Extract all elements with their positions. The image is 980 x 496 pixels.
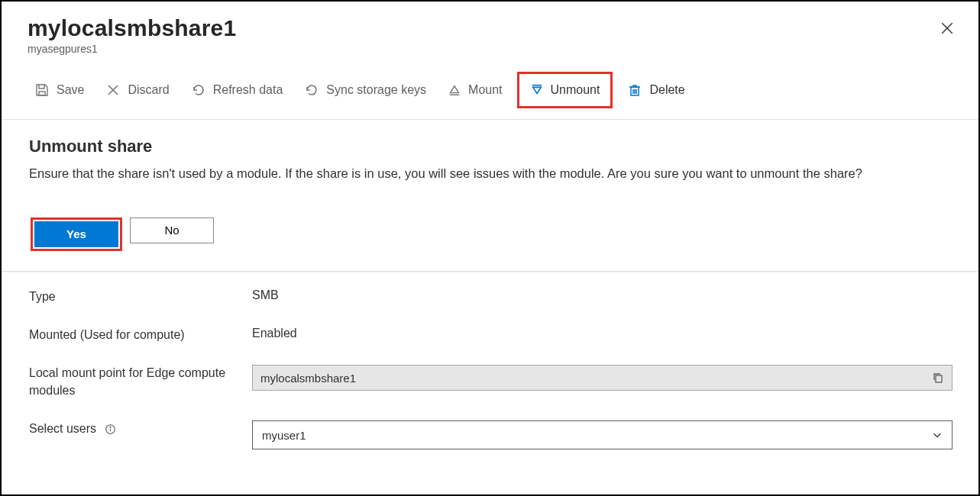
discard-button[interactable]: Discard bbox=[99, 79, 176, 101]
share-details: Type SMB Mounted (Used for compute) Enab… bbox=[2, 272, 978, 470]
chevron-down-icon bbox=[932, 430, 943, 440]
svg-marker-5 bbox=[451, 86, 459, 93]
delete-button[interactable]: Delete bbox=[620, 79, 691, 101]
type-label: Type bbox=[29, 288, 252, 305]
dialog-message: Ensure that the share isn't used by a mo… bbox=[29, 164, 946, 184]
mountpoint-label: Local mount point for Edge compute modul… bbox=[29, 365, 252, 399]
info-icon[interactable] bbox=[105, 424, 116, 435]
refresh-icon bbox=[191, 82, 206, 98]
unmount-icon bbox=[530, 83, 544, 97]
close-icon bbox=[940, 21, 954, 35]
page-title: mylocalsmbshare1 bbox=[27, 15, 953, 41]
refresh-label: Refresh data bbox=[213, 83, 283, 97]
mount-button[interactable]: Mount bbox=[441, 80, 509, 100]
sync-icon bbox=[304, 82, 319, 98]
row-mounted: Mounted (Used for compute) Enabled bbox=[29, 327, 953, 343]
discard-label: Discard bbox=[128, 83, 169, 97]
selectusers-label: Select users bbox=[29, 420, 252, 437]
row-selectusers: Select users myuser1 bbox=[29, 420, 953, 449]
selectusers-value: myuser1 bbox=[262, 429, 306, 442]
delete-label: Delete bbox=[649, 83, 684, 97]
yes-button[interactable]: Yes bbox=[34, 221, 118, 247]
row-mountpoint: Local mount point for Edge compute modul… bbox=[29, 365, 953, 399]
sync-label: Sync storage keys bbox=[326, 83, 426, 97]
svg-rect-14 bbox=[936, 375, 942, 382]
row-type: Type SMB bbox=[29, 288, 953, 305]
resource-subtitle: myasegpures1 bbox=[27, 43, 953, 55]
mount-label: Mount bbox=[468, 83, 502, 97]
mountpoint-value: mylocalsmbshare1 bbox=[260, 372, 356, 385]
mountpoint-input[interactable]: mylocalsmbshare1 bbox=[252, 365, 953, 391]
unmount-label: Unmount bbox=[551, 83, 600, 97]
no-button[interactable]: No bbox=[130, 217, 214, 243]
svg-rect-2 bbox=[39, 92, 45, 95]
refresh-button[interactable]: Refresh data bbox=[184, 79, 290, 101]
blade-header: mylocalsmbshare1 myasegpures1 bbox=[2, 2, 978, 55]
mounted-value: Enabled bbox=[252, 327, 953, 340]
selectusers-dropdown[interactable]: myuser1 bbox=[252, 420, 953, 449]
yes-highlight: Yes bbox=[31, 217, 122, 251]
copy-icon[interactable] bbox=[932, 372, 944, 384]
unmount-dialog: Unmount share Ensure that the share isn'… bbox=[2, 120, 978, 272]
selectusers-label-text: Select users bbox=[29, 422, 96, 435]
mount-icon bbox=[448, 83, 461, 97]
dialog-actions: Yes No bbox=[31, 217, 953, 251]
dialog-title: Unmount share bbox=[29, 137, 953, 156]
unmount-button[interactable]: Unmount bbox=[517, 72, 613, 108]
type-value: SMB bbox=[252, 288, 953, 302]
save-button[interactable]: Save bbox=[27, 79, 91, 101]
close-button[interactable] bbox=[940, 21, 954, 35]
command-bar: Save Discard Refresh data bbox=[2, 55, 978, 120]
mounted-label: Mounted (Used for compute) bbox=[29, 327, 252, 343]
save-icon bbox=[34, 82, 50, 98]
share-blade: mylocalsmbshare1 myasegpures1 Save bbox=[0, 0, 980, 496]
delete-icon bbox=[627, 82, 642, 98]
save-label: Save bbox=[57, 83, 84, 97]
sync-button[interactable]: Sync storage keys bbox=[297, 79, 433, 101]
discard-icon bbox=[105, 82, 121, 98]
svg-marker-7 bbox=[532, 87, 541, 93]
svg-point-17 bbox=[109, 427, 110, 428]
